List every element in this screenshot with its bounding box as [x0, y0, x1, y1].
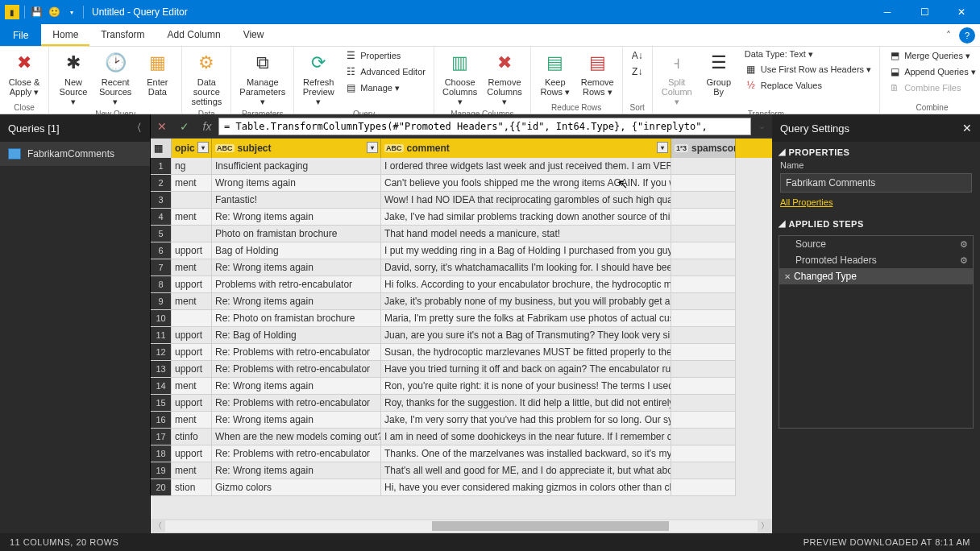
merge-queries-button[interactable]: ⬒Merge Queries ▾ [885, 48, 979, 63]
cell-comment[interactable]: Susan, the hydrocoptic marzlevanes MUST … [381, 344, 671, 361]
cell-spamscore[interactable] [671, 226, 736, 242]
remove-rows-button[interactable]: ▤RemoveRows ▾ [578, 48, 617, 102]
column-header-topic[interactable]: opic▾ [172, 139, 212, 158]
cell-topic[interactable]: ment [172, 259, 212, 276]
cell-comment[interactable]: Maria, I'm pretty sure the folks at Fabr… [381, 310, 671, 327]
cell-topic[interactable]: ng [172, 158, 212, 175]
cell-subject[interactable]: Photo on framistan brochure [212, 226, 381, 242]
keep-rows-button[interactable]: ▤KeepRows ▾ [536, 48, 575, 102]
table-row[interactable]: 20stionGizmo colorsHi, have you ever con… [151, 479, 772, 496]
cell-spamscore[interactable] [671, 276, 736, 293]
query-name-input[interactable] [780, 173, 972, 193]
cell-comment[interactable]: Roy, thanks for the suggestion. It did h… [381, 395, 671, 412]
view-tab[interactable]: View [232, 24, 276, 46]
formula-input[interactable] [218, 118, 751, 135]
cell-topic[interactable] [172, 310, 212, 327]
cell-comment[interactable]: That hand model needs a manicure, stat! [381, 226, 671, 242]
cell-subject[interactable]: Gizmo colors [212, 479, 381, 496]
cell-spamscore[interactable] [671, 344, 736, 361]
cell-subject[interactable]: Re: Problems with retro-encabulator [212, 344, 381, 361]
table-row[interactable]: 3Fantastic!Wow! I had NO IDEA that recip… [151, 192, 772, 209]
step-settings-icon[interactable]: ⚙ [960, 239, 968, 250]
cell-topic[interactable]: ment [172, 175, 212, 192]
close-apply-button[interactable]: ✖Close &Apply ▾ [5, 48, 44, 102]
applied-step[interactable]: ✕Changed Type [779, 268, 973, 284]
cell-spamscore[interactable] [671, 479, 736, 496]
cell-spamscore[interactable] [671, 395, 736, 412]
table-row[interactable]: 11upportRe: Bag of HoldingJuan, are you … [151, 327, 772, 344]
collapse-queries-icon[interactable]: 〈 [131, 121, 142, 135]
cell-comment[interactable]: That's all well and good for ME, and I d… [381, 462, 671, 479]
refresh-preview-button[interactable]: ⟳RefreshPreview ▾ [299, 48, 338, 108]
cell-topic[interactable]: ment [172, 462, 212, 479]
cell-subject[interactable]: Re: Wrong items again [212, 209, 381, 226]
table-row[interactable]: 6upportBag of HoldingI put my wedding ri… [151, 242, 772, 259]
cell-comment[interactable]: David, sorry, it's whatchamacallits I'm … [381, 259, 671, 276]
transform-tab[interactable]: Transform [89, 24, 156, 46]
append-queries-button[interactable]: ⬓Append Queries ▾ [885, 64, 979, 79]
filter-icon[interactable]: ▾ [367, 142, 378, 153]
formula-accept-icon[interactable]: ✓ [173, 115, 196, 138]
sort-desc-button[interactable]: Z↓ [628, 64, 647, 79]
replace-values-button[interactable]: ½Replace Values [741, 78, 874, 93]
filter-icon[interactable]: ▾ [197, 142, 209, 153]
cell-subject[interactable]: Re: Wrong items again [212, 293, 381, 310]
applied-steps-header[interactable]: ◢APPLIED STEPS [772, 213, 980, 232]
cell-comment[interactable]: Have you tried turning it off and back o… [381, 361, 671, 378]
cell-topic[interactable]: upport [172, 276, 212, 293]
horizontal-scrollbar[interactable]: 〈 〉 [151, 519, 772, 533]
cell-comment[interactable]: Ron, you're quite right: it is none of y… [381, 378, 671, 395]
group-by-button[interactable]: ☰GroupBy [700, 48, 738, 108]
file-tab[interactable]: File [0, 24, 41, 46]
cell-comment[interactable]: Can't believe you fools shipped me the w… [381, 175, 671, 192]
cell-subject[interactable]: Insufficient packaging [212, 158, 381, 175]
column-header-spamscore[interactable]: 1²3spamscore [671, 139, 736, 158]
properties-section-header[interactable]: ◢PROPERTIES [772, 142, 980, 160]
table-row[interactable]: 16mentRe: Wrong items againJake, I'm ver… [151, 412, 772, 429]
cell-comment[interactable]: I put my wedding ring in a Bag of Holdin… [381, 242, 671, 259]
cell-spamscore[interactable] [671, 378, 736, 395]
help-icon[interactable]: ? [959, 27, 975, 44]
cell-spamscore[interactable] [671, 310, 736, 327]
filter-icon[interactable]: ▾ [657, 142, 668, 153]
manage-parameters-button[interactable]: ⧉ManageParameters ▾ [236, 48, 289, 108]
cell-subject[interactable]: Re: Wrong items again [212, 462, 381, 479]
cell-comment[interactable]: I ordered three widgets last week and ju… [381, 158, 671, 175]
minimize-button[interactable]: ─ [869, 0, 906, 24]
maximize-button[interactable]: ☐ [906, 0, 943, 24]
split-column-button[interactable]: ⫞SplitColumn ▾ [658, 48, 696, 108]
data-source-settings-button[interactable]: ⚙Data sourcesettings [187, 48, 226, 108]
cell-comment[interactable]: Thanks. One of the marzelvanes was insta… [381, 445, 671, 462]
formula-expand-icon[interactable]: ⌄ [751, 121, 772, 131]
cell-topic[interactable]: upport [172, 445, 212, 462]
cell-subject[interactable]: Fantastic! [212, 192, 381, 209]
cell-subject[interactable]: Problems with retro-encabulator [212, 276, 381, 293]
cell-subject[interactable]: Wrong items again [212, 175, 381, 192]
cell-comment[interactable]: Jake, it's probably none of my business,… [381, 293, 671, 310]
cell-spamscore[interactable] [671, 412, 736, 429]
table-row[interactable]: 15upportRe: Problems with retro-encabula… [151, 395, 772, 412]
cell-comment[interactable]: Hi, have you ever considered making gizm… [381, 479, 671, 496]
cell-topic[interactable]: upport [172, 344, 212, 361]
cell-spamscore[interactable] [671, 209, 736, 226]
cell-subject[interactable]: Re: Bag of Holding [212, 327, 381, 344]
cell-comment[interactable]: Juan, are you sure it's not a Bag of Tra… [381, 327, 671, 344]
qat-dropdown-icon[interactable]: ▾ [65, 6, 78, 19]
cell-spamscore[interactable] [671, 445, 736, 462]
properties-button[interactable]: ☰Properties [341, 48, 429, 63]
home-tab[interactable]: Home [41, 24, 89, 46]
scroll-left-icon[interactable]: 〈 [151, 519, 165, 533]
cell-subject[interactable]: Re: Problems with retro-encabulator [212, 445, 381, 462]
table-row[interactable]: 17ctinfoWhen are the new models coming o… [151, 429, 772, 445]
scroll-thumb[interactable] [432, 521, 669, 531]
cell-topic[interactable]: upport [172, 327, 212, 344]
cell-topic[interactable]: ment [172, 209, 212, 226]
cell-spamscore[interactable] [671, 327, 736, 344]
cell-subject[interactable]: Re: Photo on framistan brochure [212, 310, 381, 327]
add-column-tab[interactable]: Add Column [156, 24, 232, 46]
table-row[interactable]: 14mentRe: Wrong items againRon, you're q… [151, 378, 772, 395]
cell-topic[interactable]: stion [172, 479, 212, 496]
cell-subject[interactable]: When are the new models coming out? [212, 429, 381, 445]
table-row[interactable]: 4mentRe: Wrong items againJake, I've had… [151, 209, 772, 226]
cell-topic[interactable]: upport [172, 395, 212, 412]
